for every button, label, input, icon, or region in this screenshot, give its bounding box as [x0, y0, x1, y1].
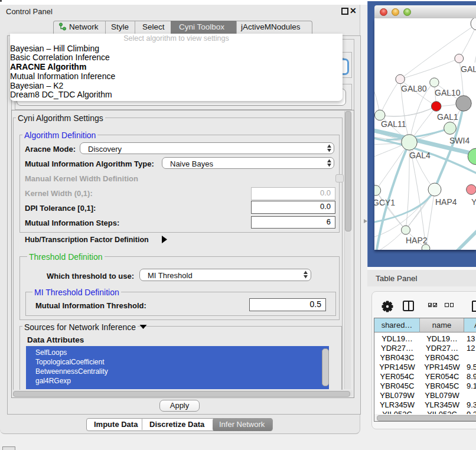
svg-text:GAL11: GAL11 — [381, 119, 406, 129]
svg-text:GCY1: GCY1 — [374, 198, 395, 207]
svg-text:GAL1: GAL1 — [437, 112, 458, 122]
svg-text:GAL4: GAL4 — [409, 151, 431, 160]
svg-text:SWI4: SWI4 — [449, 136, 470, 145]
svg-text:GAL80: GAL80 — [401, 84, 427, 93]
svg-text:GAL10: GAL10 — [435, 88, 461, 97]
svg-text:Y: Y — [471, 197, 476, 207]
svg-text:HAP4: HAP4 — [435, 197, 457, 207]
svg-text:HAP2: HAP2 — [406, 236, 428, 245]
svg-text:GAL7: GAL7 — [461, 64, 476, 74]
